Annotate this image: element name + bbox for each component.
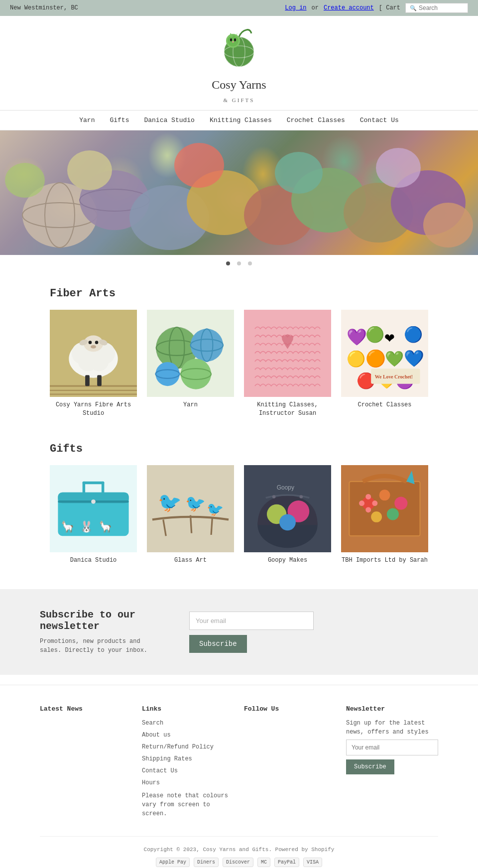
logo-text: Cosy Yarns & GIFTS [212,78,266,105]
svg-point-42 [95,341,99,344]
dot-2[interactable] [237,261,241,265]
svg-point-9 [234,38,236,41]
svg-text:🔵: 🔵 [404,325,423,344]
newsletter-form: Subscribe [189,612,314,653]
footer-link-hours[interactable]: Hours [142,778,234,787]
product-goopy-label: Goopy Makes [244,556,331,565]
gifts-title: Gifts [50,443,428,455]
product-goopy[interactable]: Goopy Goopy Makes [244,465,331,565]
svg-text:💙: 💙 [404,349,424,369]
svg-point-108 [372,500,377,506]
location: New Westminster, BC [10,4,78,11]
gifts-section: Gifts 🦙 🐰 🦙 Danica Studio [40,433,438,580]
footer-follow: Follow Us [244,705,336,821]
svg-point-107 [365,507,371,512]
product-crochet-label: Crochet Classes [341,401,428,409]
svg-text:💚: 💚 [385,350,404,369]
crochet-image: 💜 🟢 ❤️ 🔵 🟡 🟠 💚 💙 🔴 💛 🟣 We Love Crochet! [341,310,428,397]
footer-newsletter-email[interactable] [346,740,438,755]
footer-newsletter: Newsletter Sign up for the latest news, … [346,705,438,821]
payment-paypal: PayPal [274,858,299,867]
hero-banner [0,130,478,255]
fiber-arts-grid: Cosy Yarns Fibre Arts Studio Yarn [50,310,428,418]
product-danica[interactable]: 🦙 🐰 🦙 Danica Studio [50,465,137,565]
gifts-grid: 🦙 🐰 🦙 Danica Studio 🐦 🐦 🐦 [50,465,428,565]
nav-danica[interactable]: Danica Studio [144,117,194,124]
product-glass[interactable]: 🐦 🐦 🐦 Glass Art [147,465,234,565]
fibre-arts-image [50,310,137,397]
payment-discover: Discover [223,858,253,867]
hero-yarn-svg [0,130,478,255]
logo-container[interactable]: Cosy Yarns & GIFTS [0,26,478,105]
or-text: or [312,4,319,11]
footer-link-shipping[interactable]: Shipping Rates [142,754,234,763]
footer-latest-news: Latest News [40,705,132,821]
newsletter-text: Subscribe to our newsletter Promotions, … [40,609,149,655]
links-title: Links [142,705,234,713]
knitting-image [244,310,331,397]
search-input[interactable] [419,4,464,11]
latest-news-title: Latest News [40,705,132,713]
nav-knitting[interactable]: Knitting Classes [210,117,272,124]
footer-link-contact[interactable]: Contact Us [142,766,234,775]
footer-newsletter-button[interactable]: Subscribe [346,759,394,774]
svg-text:🐦: 🐦 [158,491,182,514]
product-knitting[interactable]: Knitting Classes, Instructor Susan [244,310,331,418]
svg-text:🟡: 🟡 [347,350,366,369]
svg-point-5 [228,35,239,46]
product-crochet[interactable]: 💜 🟢 ❤️ 🔵 🟡 🟠 💚 💙 🔴 💛 🟣 We Love Crochet! … [341,310,428,418]
footer-links-note: Please note that colours vary from scree… [142,791,234,818]
newsletter-title: Subscribe to our newsletter [40,609,149,632]
footer-newsletter-description: Sign up for the latest news, offers and … [346,719,438,737]
follow-us-title: Follow Us [244,705,336,713]
search-box[interactable]: 🔍 [405,3,468,13]
svg-point-22 [67,150,112,190]
newsletter-subscribe-button[interactable]: Subscribe [189,635,247,653]
product-tbh-label: TBH Imports Ltd by Sarah [341,556,428,565]
footer: Latest News Links Search About us Return… [0,685,478,868]
product-tbh[interactable]: TBH Imports Ltd by Sarah [341,465,428,565]
newsletter-section: Subscribe to our newsletter Promotions, … [0,589,478,675]
svg-rect-84 [102,481,104,495]
svg-text:We Love Crochet!: We Love Crochet! [375,374,413,379]
svg-text:🐦: 🐦 [207,501,224,518]
product-fibre-arts[interactable]: Cosy Yarns Fibre Arts Studio [50,310,137,418]
svg-point-91 [272,495,276,498]
product-fibre-arts-label: Cosy Yarns Fibre Arts Studio [50,401,137,418]
nav-gifts[interactable]: Gifts [110,117,129,124]
product-yarn[interactable]: Yarn [147,310,234,418]
dot-1[interactable] [226,261,230,265]
nav-contact[interactable]: Contact Us [360,117,399,124]
nav-crochet[interactable]: Crochet Classes [287,117,345,124]
svg-text:Goopy: Goopy [277,484,294,491]
payment-applepay: Apple Pay [156,858,190,867]
svg-point-103 [371,511,382,522]
svg-text:🦙: 🦙 [61,520,75,534]
svg-point-104 [387,508,399,520]
svg-point-106 [359,500,364,506]
danica-image: 🦙 🐰 🦙 [50,465,137,552]
svg-text:🦙: 🦙 [99,520,113,534]
create-account-link[interactable]: Create account [324,4,374,11]
copyright-text: Copyright © 2023, Cosy Yarns and Gifts. … [40,847,438,853]
svg-point-101 [379,490,390,500]
login-link[interactable]: Log in [285,4,306,11]
svg-rect-45 [97,375,102,386]
svg-point-105 [365,494,371,499]
svg-point-27 [423,203,473,248]
header: Cosy Yarns & GIFTS [0,16,478,110]
svg-point-43 [91,345,96,349]
nav-yarn[interactable]: Yarn [79,117,95,124]
svg-point-8 [230,38,232,41]
cart-link[interactable]: [ Cart [379,4,400,11]
svg-point-26 [5,163,45,198]
svg-point-95 [279,514,296,530]
yarn-image [147,310,234,397]
payment-mastercard: MC [257,858,270,867]
newsletter-email-input[interactable] [189,612,314,630]
svg-point-54 [181,359,211,389]
dot-3[interactable] [248,261,252,265]
footer-link-return[interactable]: Return/Refund Policy [142,743,234,751]
footer-link-search[interactable]: Search [142,719,234,728]
footer-link-about[interactable]: About us [142,731,234,740]
